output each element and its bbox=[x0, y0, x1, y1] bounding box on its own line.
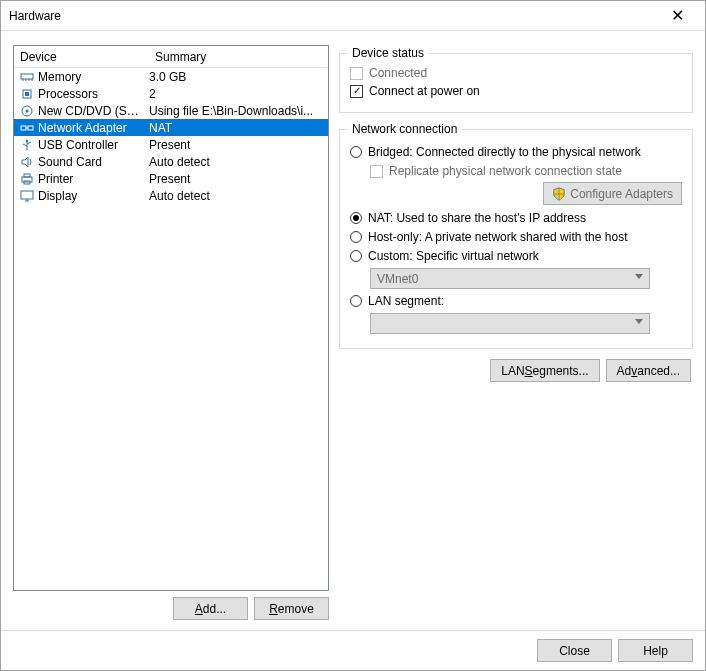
device-summary: Present bbox=[149, 138, 328, 152]
device-row[interactable]: DisplayAuto detect bbox=[14, 187, 328, 204]
help-button[interactable]: Help bbox=[618, 639, 693, 662]
chevron-down-icon bbox=[635, 319, 643, 324]
svg-rect-0 bbox=[21, 74, 33, 79]
radio-icon bbox=[350, 146, 362, 158]
svg-rect-19 bbox=[21, 191, 33, 199]
add-button[interactable]: Add... bbox=[173, 597, 248, 620]
hardware-dialog: Hardware ✕ Device Summary Memory3.0 GBPr… bbox=[0, 0, 706, 671]
checkbox-icon: ✓ bbox=[350, 85, 363, 98]
right-pane: Device status Connected ✓ Connect at pow… bbox=[339, 45, 693, 620]
nat-label: NAT: Used to share the host's IP address bbox=[368, 211, 586, 225]
advanced-button[interactable]: Advanced... bbox=[606, 359, 691, 382]
replicate-checkbox: Replicate physical network connection st… bbox=[370, 164, 682, 178]
remove-button[interactable]: Remove bbox=[254, 597, 329, 620]
chevron-down-icon bbox=[635, 274, 643, 279]
dialog-footer: Close Help bbox=[1, 630, 705, 670]
col-header-device[interactable]: Device bbox=[14, 50, 149, 64]
close-button[interactable]: Close bbox=[537, 639, 612, 662]
device-summary: Using file E:\Bin-Downloads\i... bbox=[149, 104, 328, 118]
device-summary: Auto detect bbox=[149, 155, 328, 169]
radio-icon bbox=[350, 231, 362, 243]
device-row[interactable]: New CD/DVD (SATA)Using file E:\Bin-Downl… bbox=[14, 102, 328, 119]
cpu-icon bbox=[18, 87, 36, 101]
titlebar: Hardware ✕ bbox=[1, 1, 705, 31]
network-connection-group: Network connection Bridged: Connected di… bbox=[339, 129, 693, 349]
device-summary: NAT bbox=[149, 121, 328, 135]
right-buttons: LAN Segments... Advanced... bbox=[339, 359, 693, 382]
device-name: USB Controller bbox=[38, 138, 149, 152]
shield-icon bbox=[552, 187, 566, 201]
connect-power-checkbox[interactable]: ✓ Connect at power on bbox=[350, 84, 682, 98]
radio-icon bbox=[350, 212, 362, 224]
svg-point-13 bbox=[26, 139, 28, 141]
device-name: Processors bbox=[38, 87, 149, 101]
radio-icon bbox=[350, 250, 362, 262]
device-row[interactable]: Network AdapterNAT bbox=[14, 119, 328, 136]
disc-icon bbox=[18, 104, 36, 118]
connected-label: Connected bbox=[369, 66, 427, 80]
svg-line-15 bbox=[23, 144, 27, 146]
device-summary: 3.0 GB bbox=[149, 70, 328, 84]
custom-network-value: VMnet0 bbox=[377, 272, 418, 286]
left-buttons: Add... Remove bbox=[13, 597, 329, 620]
custom-label: Custom: Specific virtual network bbox=[368, 249, 539, 263]
device-row[interactable]: Memory3.0 GB bbox=[14, 68, 328, 85]
device-summary: Auto detect bbox=[149, 189, 328, 203]
custom-radio[interactable]: Custom: Specific virtual network bbox=[350, 249, 682, 263]
svg-line-14 bbox=[27, 142, 31, 144]
lan-segment-label: LAN segment: bbox=[368, 294, 444, 308]
col-header-summary[interactable]: Summary bbox=[149, 50, 328, 64]
nat-radio[interactable]: NAT: Used to share the host's IP address bbox=[350, 211, 682, 225]
configure-adapters-button: Configure Adapters bbox=[543, 182, 682, 205]
device-summary: 2 bbox=[149, 87, 328, 101]
device-list-header: Device Summary bbox=[14, 46, 328, 68]
replicate-label: Replicate physical network connection st… bbox=[389, 164, 622, 178]
connected-checkbox: Connected bbox=[350, 66, 682, 80]
custom-network-dropdown: VMnet0 bbox=[370, 268, 650, 289]
hostonly-label: Host-only: A private network shared with… bbox=[368, 230, 627, 244]
checkbox-icon bbox=[350, 67, 363, 80]
device-row[interactable]: Sound CardAuto detect bbox=[14, 153, 328, 170]
lan-segments-button[interactable]: LAN Segments... bbox=[490, 359, 599, 382]
device-row[interactable]: USB ControllerPresent bbox=[14, 136, 328, 153]
device-name: Printer bbox=[38, 172, 149, 186]
bridged-radio[interactable]: Bridged: Connected directly to the physi… bbox=[350, 145, 682, 159]
sound-icon bbox=[18, 155, 36, 169]
checkbox-icon bbox=[370, 165, 383, 178]
left-pane: Device Summary Memory3.0 GBProcessors2Ne… bbox=[13, 45, 329, 620]
configure-adapters-label: Configure Adapters bbox=[570, 187, 673, 201]
device-row[interactable]: Processors2 bbox=[14, 85, 328, 102]
content-area: Device Summary Memory3.0 GBProcessors2Ne… bbox=[1, 31, 705, 630]
lan-segment-radio[interactable]: LAN segment: bbox=[350, 294, 682, 308]
device-summary: Present bbox=[149, 172, 328, 186]
svg-rect-10 bbox=[28, 126, 33, 130]
close-icon[interactable]: ✕ bbox=[657, 6, 697, 25]
memory-icon bbox=[18, 70, 36, 84]
device-name: New CD/DVD (SATA) bbox=[38, 104, 149, 118]
hostonly-radio[interactable]: Host-only: A private network shared with… bbox=[350, 230, 682, 244]
device-status-legend: Device status bbox=[348, 46, 428, 60]
device-list: Device Summary Memory3.0 GBProcessors2Ne… bbox=[13, 45, 329, 591]
device-name: Memory bbox=[38, 70, 149, 84]
device-row[interactable]: PrinterPresent bbox=[14, 170, 328, 187]
device-name: Network Adapter bbox=[38, 121, 149, 135]
bridged-label: Bridged: Connected directly to the physi… bbox=[368, 145, 641, 159]
device-status-group: Device status Connected ✓ Connect at pow… bbox=[339, 53, 693, 113]
device-name: Display bbox=[38, 189, 149, 203]
display-icon bbox=[18, 189, 36, 203]
svg-rect-6 bbox=[25, 92, 29, 96]
svg-rect-17 bbox=[24, 174, 30, 177]
usb-icon bbox=[18, 138, 36, 152]
window-title: Hardware bbox=[9, 9, 657, 23]
svg-point-8 bbox=[26, 109, 29, 112]
radio-icon bbox=[350, 295, 362, 307]
lan-segment-dropdown bbox=[370, 313, 650, 334]
net-icon bbox=[18, 121, 36, 135]
svg-rect-9 bbox=[21, 126, 26, 130]
connect-power-label: Connect at power on bbox=[369, 84, 480, 98]
device-name: Sound Card bbox=[38, 155, 149, 169]
printer-icon bbox=[18, 172, 36, 186]
network-connection-legend: Network connection bbox=[348, 122, 461, 136]
